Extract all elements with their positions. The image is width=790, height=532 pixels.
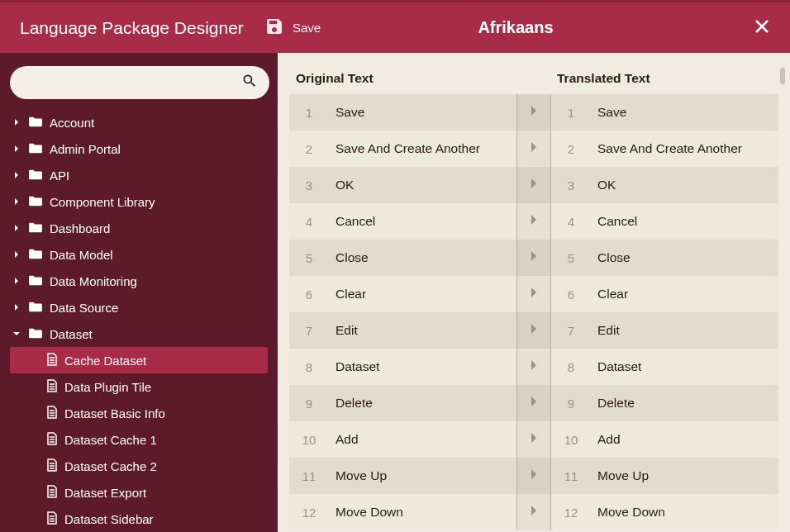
translated-cell[interactable]: 10Add [550, 421, 778, 458]
table-row: 10Add10Add [289, 421, 778, 458]
row-number: 6 [551, 287, 591, 302]
original-cell[interactable]: 7Edit [289, 312, 517, 349]
language-title: Afrikaans [478, 18, 553, 37]
tree-folder-item[interactable]: Admin Portal [10, 135, 268, 162]
copy-arrow-button[interactable] [517, 167, 550, 203]
translated-cell[interactable]: 1Save [550, 94, 778, 131]
tree-folder-item[interactable]: Data Monitoring [10, 268, 268, 294]
translated-cell[interactable]: 2Save And Create Another [550, 131, 778, 167]
tree-folder-item[interactable]: API [10, 162, 268, 188]
table-row: 4Cancel4Cancel [289, 203, 778, 240]
original-text: Move Up [329, 468, 516, 483]
row-number: 8 [289, 360, 329, 374]
translated-cell[interactable]: 6Clear [550, 276, 778, 312]
file-icon [46, 458, 58, 474]
original-cell[interactable]: 12Move Down [289, 494, 517, 530]
chevron-right-icon [530, 141, 538, 156]
row-number: 11 [551, 469, 591, 483]
scrollbar-thumb[interactable] [780, 68, 785, 84]
chevron-right-icon [530, 359, 538, 374]
table-row: 8Dataset8Dataset [289, 349, 778, 385]
copy-arrow-button[interactable] [517, 276, 550, 312]
tree-file-item[interactable]: Cache Dataset [10, 347, 268, 373]
chevron-right-icon [530, 105, 538, 120]
tree-item-label: Dataset Cache 2 [64, 459, 157, 473]
copy-arrow-button[interactable] [517, 458, 550, 494]
tree-item-label: Dashboard [50, 221, 110, 235]
close-button[interactable] [754, 18, 770, 38]
search-input[interactable] [21, 76, 241, 90]
tree-folder-item[interactable]: Account [10, 109, 268, 135]
original-cell[interactable]: 8Dataset [289, 349, 517, 385]
chevron-right-icon [530, 505, 538, 520]
original-text: Save And Create Another [329, 141, 516, 156]
table-row: 11Move Up11Move Up [289, 458, 778, 494]
tree-file-item[interactable]: Dataset Export [10, 479, 268, 506]
save-button[interactable]: Save [264, 17, 321, 40]
original-cell[interactable]: 2Save And Create Another [289, 131, 517, 167]
chevron-right-icon [530, 323, 538, 338]
tree-folder-item[interactable]: Data Source [10, 294, 268, 321]
original-cell[interactable]: 10Add [289, 421, 517, 458]
folder-icon [28, 142, 43, 156]
translated-text: Cancel [591, 214, 778, 229]
original-cell[interactable]: 5Close [289, 240, 517, 276]
table-row: 9Delete9Delete [289, 385, 778, 421]
original-cell[interactable]: 4Cancel [289, 203, 517, 240]
copy-arrow-button[interactable] [517, 131, 550, 167]
chevron-right-icon [530, 178, 538, 192]
copy-arrow-button[interactable] [517, 312, 550, 349]
translated-cell[interactable]: 3OK [550, 167, 778, 203]
original-cell[interactable]: 9Delete [289, 385, 517, 421]
tree-item-label: Data Source [50, 301, 118, 315]
translated-text: Save [591, 105, 778, 120]
copy-arrow-button[interactable] [517, 385, 550, 421]
row-number: 12 [289, 506, 329, 520]
copy-arrow-button[interactable] [517, 240, 550, 276]
row-number: 7 [551, 324, 591, 338]
chevron-right-icon [530, 250, 538, 265]
original-cell[interactable]: 11Move Up [289, 458, 517, 494]
original-cell[interactable]: 1Save [289, 94, 517, 131]
app-title: Language Package Designer [0, 18, 264, 38]
tree-file-item[interactable]: Dataset Cache 2 [10, 453, 268, 479]
translated-cell[interactable]: 9Delete [550, 385, 778, 421]
column-header-translated: Translated Text [550, 71, 778, 86]
translated-cell[interactable]: 5Close [550, 240, 778, 276]
tree-folder-item[interactable]: Dataset [10, 321, 268, 347]
tree-item-label: Dataset Sidebar [64, 512, 154, 526]
tree-file-item[interactable]: Dataset Cache 1 [10, 426, 268, 453]
file-icon [46, 511, 58, 527]
file-icon [46, 379, 58, 395]
copy-arrow-button[interactable] [517, 94, 550, 131]
tree-folder-item[interactable]: Data Model [10, 241, 268, 268]
copy-arrow-button[interactable] [517, 494, 550, 530]
caret-icon [12, 304, 21, 311]
original-text: Add [329, 432, 516, 447]
tree-file-item[interactable]: Dataset Sidebar [10, 506, 268, 532]
copy-arrow-button[interactable] [517, 203, 550, 240]
translated-cell[interactable]: 12Move Down [550, 494, 778, 530]
tree-item-label: Dataset Cache 1 [64, 433, 157, 447]
tree-file-item[interactable]: Data Plugin Tile [10, 373, 268, 400]
folder-icon [28, 248, 43, 262]
row-number: 9 [289, 397, 329, 411]
copy-arrow-button[interactable] [517, 349, 550, 385]
translated-cell[interactable]: 4Cancel [550, 203, 778, 240]
tree-file-item[interactable]: Dataset Basic Info [10, 400, 268, 426]
tree-folder-item[interactable]: Dashboard [10, 215, 268, 241]
translated-cell[interactable]: 7Edit [550, 312, 778, 349]
row-number: 5 [289, 251, 329, 265]
copy-arrow-button[interactable] [517, 421, 550, 458]
translated-cell[interactable]: 11Move Up [550, 458, 778, 494]
original-cell[interactable]: 6Clear [289, 276, 517, 312]
search-box[interactable] [10, 66, 269, 99]
tree-folder-item[interactable]: Component Library [10, 188, 268, 215]
tree[interactable]: AccountAdmin PortalAPIComponent LibraryD… [10, 109, 273, 532]
row-number: 5 [551, 251, 591, 265]
table-row: 3OK3OK [289, 167, 778, 203]
original-text: Edit [329, 323, 516, 338]
original-cell[interactable]: 3OK [289, 167, 517, 203]
folder-icon [28, 195, 43, 209]
translated-cell[interactable]: 8Dataset [550, 349, 778, 385]
